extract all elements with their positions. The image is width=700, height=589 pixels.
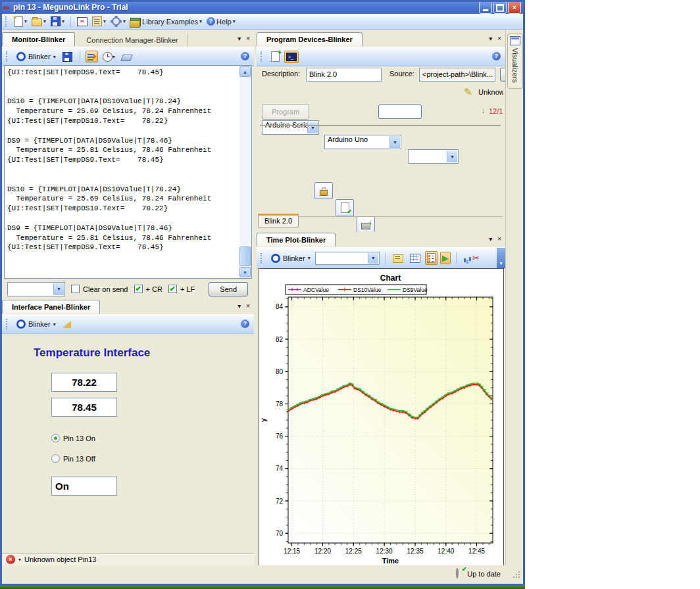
cr-checkbox[interactable]: ✔ (134, 285, 143, 293)
data-table-button[interactable] (408, 252, 422, 265)
panel-menu-button[interactable]: ▾ (238, 35, 241, 43)
toolbar-overflow-button[interactable]: ▾ (497, 248, 505, 268)
panel-menu-button[interactable]: ▾ (238, 302, 241, 310)
clear-monitor-button[interactable] (120, 50, 134, 63)
chevron-down-icon[interactable]: ▾ (18, 557, 21, 563)
chevron-down-icon[interactable]: ▾ (103, 18, 106, 24)
chevron-down-icon[interactable]: ▼ (447, 151, 457, 162)
help-menu-button[interactable]: ?Help▾ (205, 16, 237, 26)
panel-close-button[interactable]: × (246, 35, 250, 43)
bar-chart-button[interactable] (462, 252, 468, 264)
new-project-button[interactable]: ✶▾ (13, 16, 28, 28)
visualizers-tab[interactable]: Visualizers (507, 34, 523, 89)
program-button[interactable]: Program (262, 104, 309, 120)
toolbar-grip[interactable] (261, 253, 264, 264)
temp-ds10-field[interactable]: 78.22 (51, 373, 117, 392)
panel-close-button[interactable]: × (246, 302, 250, 310)
new-programmer-button[interactable]: + (269, 49, 282, 64)
chevron-down-icon[interactable]: ▾ (233, 18, 236, 24)
pin13-on-radio[interactable] (51, 434, 60, 442)
maximize-button[interactable] (493, 1, 507, 14)
monitor-source-select[interactable]: Blinker▾ (14, 51, 58, 62)
send-text-combo[interactable]: ▼ (7, 282, 65, 296)
toolbar-grip[interactable] (261, 51, 264, 62)
serial-monitor-output[interactable]: {UI:Test|SET|TempDS9.Text= 78.45} DS10 =… (4, 65, 252, 279)
help-icon[interactable]: ? (241, 319, 249, 328)
clear-on-send-option[interactable]: Clear on send (71, 285, 128, 293)
chevron-down-icon[interactable]: ▾ (24, 18, 27, 24)
verify-button[interactable]: ✔ (336, 199, 354, 216)
pin13-off-option[interactable]: Pin 13 Off (51, 454, 95, 463)
panel-close-button[interactable]: × (497, 235, 501, 243)
chevron-down-icon[interactable]: ▾ (53, 54, 56, 60)
show-console-button[interactable]: >_ (284, 51, 299, 63)
series-list-button[interactable] (425, 251, 438, 265)
close-button[interactable]: × (508, 1, 521, 14)
chevron-down-icon[interactable]: ▼ (53, 283, 64, 295)
tab-connection-manager-blinker[interactable]: Connection Manager-Blinker (77, 34, 188, 47)
run-plot-button[interactable]: ▶ (440, 252, 451, 264)
upload-button[interactable]: ↓ (357, 216, 375, 233)
tab-interface-panel-blinker[interactable]: Interface Panel-Blinker (2, 300, 100, 314)
program-parameter-input[interactable] (378, 105, 422, 119)
panel-close-button[interactable]: × (497, 35, 501, 43)
timestamp-button[interactable]: ▾ (101, 50, 117, 64)
open-button[interactable]: ▾ (30, 16, 47, 27)
minimize-button[interactable] (479, 1, 492, 14)
scroll-down-button[interactable]: ▼ (239, 267, 251, 277)
designer-button[interactable] (61, 319, 73, 330)
chevron-down-icon[interactable]: ▼ (389, 136, 400, 148)
source-path-input[interactable]: <project-path>\Blink... (419, 68, 495, 82)
timeplot-source-select[interactable]: Blinker▾ (269, 253, 312, 264)
pin13-on-option[interactable]: Pin 13 On (51, 434, 95, 442)
chevron-down-icon[interactable]: ▾ (308, 255, 311, 261)
visualizer-button[interactable]: ∞ (76, 16, 89, 27)
chevron-down-icon[interactable]: ▾ (199, 18, 202, 24)
send-button[interactable]: Send (209, 282, 248, 296)
lf-checkbox[interactable]: ✔ (168, 285, 177, 293)
tab-time-plot-blinker[interactable]: Time Plot-Blinker (257, 233, 336, 247)
library-examples-button[interactable]: Library Examples▾ (129, 16, 203, 27)
chevron-down-icon[interactable]: ▼ (368, 253, 378, 264)
port-select[interactable]: ▼ (408, 149, 459, 164)
lock-button[interactable] (314, 182, 333, 199)
pencil-icon[interactable]: ✎ (464, 87, 472, 97)
append-lf-option[interactable]: ✔+ LF (168, 285, 195, 293)
plot-properties-button[interactable] (391, 251, 405, 265)
tab-blink-2-0[interactable]: Blink 2.0 (258, 214, 299, 227)
pause-scroll-button[interactable] (86, 51, 98, 62)
temp-ds9-field[interactable]: 78.45 (51, 398, 117, 417)
chevron-down-icon[interactable]: ▾ (113, 54, 115, 60)
chevron-down-icon[interactable]: ▾ (43, 18, 46, 24)
toolbar-grip[interactable] (6, 51, 9, 62)
programmer-select[interactable]: Arduino Serial▼ (262, 120, 319, 135)
title-bar[interactable]: ∞ pin 13 - MegunoLink Pro - Trial × (0, 0, 525, 14)
tab-monitor-blinker[interactable]: Monitor-Blinker (2, 32, 75, 46)
tab-program-devices-blinker[interactable]: Program Devices-Blinker (257, 32, 362, 46)
pin-state-field[interactable]: On (51, 477, 117, 496)
time-plot-chart[interactable]: 707274767880828412:1512:2012:2512:3012:3… (259, 268, 504, 567)
chevron-down-icon[interactable]: ▾ (123, 18, 126, 24)
channel-combo[interactable]: ▼ (315, 252, 380, 265)
panel-menu-button[interactable]: ▾ (489, 235, 492, 243)
board-select[interactable]: Arduino Uno▼ (324, 135, 401, 149)
interface-source-select[interactable]: Blinker▾ (14, 319, 58, 329)
description-input[interactable]: Blink 2.0 (306, 68, 382, 82)
append-cr-option[interactable]: ✔+ CR (134, 285, 162, 293)
chevron-down-icon[interactable]: ▼ (307, 122, 318, 133)
chevron-down-icon[interactable]: ▾ (53, 321, 56, 327)
panel-menu-button[interactable]: ▾ (489, 35, 492, 43)
settings-button[interactable]: ▾ (109, 15, 127, 28)
chevron-down-icon[interactable]: ▾ (62, 18, 64, 24)
toolbar-grip[interactable] (5, 16, 9, 27)
clear-plot-button[interactable]: ✂ (470, 252, 482, 264)
clear-on-send-checkbox[interactable] (71, 285, 80, 293)
save-log-button[interactable] (61, 50, 74, 64)
monitor-scrollbar[interactable]: ▲ ▼ (239, 66, 251, 277)
resize-grip[interactable] (514, 572, 520, 578)
help-icon[interactable]: ? (241, 52, 249, 60)
scroll-up-button[interactable]: ▲ (239, 66, 251, 77)
help-icon[interactable]: ? (492, 52, 501, 60)
save-button[interactable]: ▾ (49, 16, 66, 27)
toolbar-grip[interactable] (6, 319, 9, 329)
